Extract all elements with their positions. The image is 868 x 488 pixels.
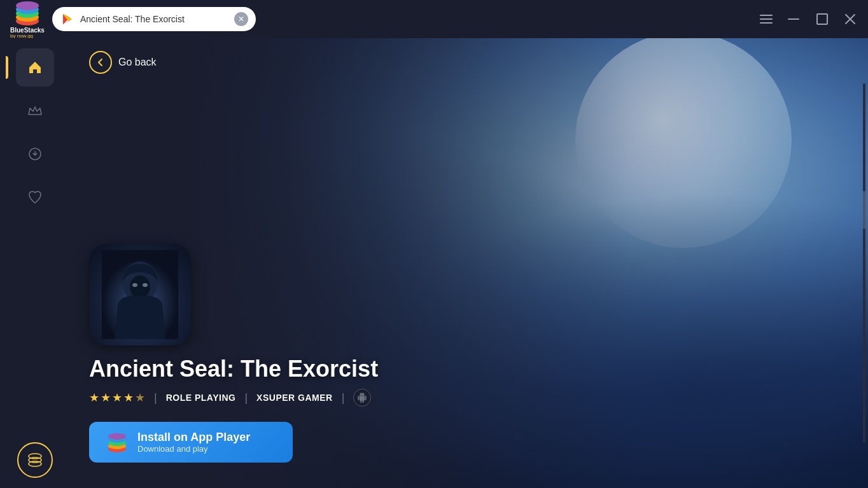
- divider-2: |: [244, 391, 248, 405]
- main-layout: Go back: [0, 38, 868, 488]
- star-3: ★: [112, 391, 122, 405]
- menu-icon: [760, 13, 773, 25]
- close-button[interactable]: [843, 11, 858, 27]
- sidebar-item-top-games[interactable]: [16, 92, 54, 130]
- game-icon: [89, 244, 191, 345]
- sidebar: [0, 38, 70, 488]
- svg-rect-7: [760, 18, 773, 20]
- svg-point-4: [16, 1, 39, 10]
- minimize-button[interactable]: [787, 11, 802, 27]
- search-bar[interactable]: Ancient Seal: The Exorcist ✕: [52, 7, 256, 31]
- game-info: Ancient Seal: The Exorcist ★ ★ ★ ★ ★ | R…: [89, 244, 378, 463]
- svg-point-19: [130, 275, 150, 298]
- android-icon: [357, 393, 367, 403]
- install-button-icon: [104, 429, 130, 455]
- go-back-button[interactable]: Go back: [89, 51, 849, 74]
- play-store-icon: [60, 11, 75, 27]
- svg-point-21: [143, 283, 148, 287]
- content-area: Go back: [70, 38, 868, 488]
- scroll-track: [863, 83, 865, 443]
- install-button-text: Install on App Player Download and play: [137, 431, 250, 454]
- svg-rect-6: [760, 15, 773, 16]
- game-genre: ROLE PLAYING: [166, 393, 236, 403]
- game-meta: ★ ★ ★ ★ ★ | ROLE PLAYING | XSUPER GAMER …: [89, 389, 378, 407]
- maximize-button[interactable]: [815, 11, 830, 27]
- app-logo[interactable]: BlueStacks by now.gg: [10, 0, 45, 39]
- sidebar-bottom: [17, 442, 53, 478]
- go-back-label: Go back: [118, 57, 157, 68]
- logo-text: BlueStacks by now.gg: [10, 27, 45, 39]
- star-4: ★: [123, 391, 134, 405]
- heart-icon: [27, 190, 43, 205]
- layers-icon: [26, 451, 44, 469]
- search-clear-button[interactable]: ✕: [234, 12, 248, 26]
- svg-point-16: [29, 454, 41, 459]
- crown-icon: [27, 103, 43, 118]
- game-icon-visual: [89, 244, 191, 345]
- search-input-value: Ancient Seal: The Exorcist: [80, 14, 229, 24]
- platform-badge: [353, 389, 371, 407]
- star-half: ★: [135, 391, 145, 405]
- install-button-main-text: Install on App Player: [137, 431, 250, 444]
- game-rating-stars: ★ ★ ★ ★ ★: [89, 391, 145, 405]
- star-1: ★: [89, 391, 99, 405]
- maximize-icon: [816, 13, 829, 25]
- game-developer: XSUPER GAMER: [256, 393, 333, 403]
- svg-rect-9: [788, 18, 799, 20]
- home-icon: [27, 60, 43, 75]
- install-button-sub-text: Download and play: [137, 444, 208, 454]
- arrow-left-icon: [95, 57, 106, 67]
- bluestacks-logo-icon: [13, 0, 41, 27]
- sidebar-item-my-apps[interactable]: [16, 135, 54, 173]
- svg-point-26: [108, 433, 126, 440]
- window-controls: [759, 11, 858, 27]
- title-bar-left: BlueStacks by now.gg Ancient Seal: The E…: [10, 0, 256, 39]
- menu-button[interactable]: [759, 11, 774, 27]
- star-2: ★: [101, 391, 111, 405]
- game-icon-art: [102, 250, 178, 339]
- layers-button[interactable]: [17, 442, 53, 478]
- svg-point-20: [132, 283, 137, 287]
- svg-rect-10: [817, 14, 827, 24]
- sidebar-item-home[interactable]: [16, 48, 54, 87]
- game-title: Ancient Seal: The Exorcist: [89, 356, 378, 382]
- divider-3: |: [342, 391, 345, 405]
- go-back-circle: [89, 51, 112, 74]
- install-button[interactable]: Install on App Player Download and play: [89, 422, 293, 463]
- title-bar: BlueStacks by now.gg Ancient Seal: The E…: [0, 0, 868, 38]
- divider-1: |: [154, 391, 157, 405]
- sidebar-item-favorites[interactable]: [16, 178, 54, 216]
- minimize-icon: [788, 13, 801, 25]
- svg-rect-8: [760, 22, 773, 24]
- download-icon: [27, 146, 43, 162]
- active-indicator: [6, 56, 8, 79]
- scroll-thumb[interactable]: [863, 191, 865, 229]
- close-icon: [844, 13, 857, 25]
